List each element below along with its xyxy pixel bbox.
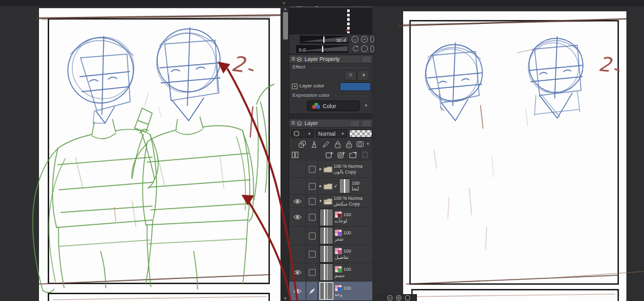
blend-mode-value: Normal [318,131,335,137]
visibility-cell[interactable] [289,208,306,226]
eye-icon[interactable] [293,214,302,220]
enable-mask-icon[interactable] [356,140,364,148]
palette-layout-icon[interactable] [291,151,299,159]
visibility-cell[interactable] [289,263,306,281]
layer-thumbnail[interactable] [319,263,333,281]
check-cell[interactable] [306,282,318,300]
visibility-cell[interactable] [289,282,306,300]
visibility-cell[interactable] [289,227,306,244]
layer-color-chip [335,266,342,273]
check-cell[interactable] [306,208,318,226]
draft-layer-icon[interactable] [322,140,330,148]
new-raster-layer-icon[interactable] [325,151,333,159]
zoom-fit-button[interactable] [370,36,374,43]
layer-row-balloon-folder[interactable]: ▸ 100 % Norma بالون Copy [289,161,372,178]
checkbox[interactable] [309,198,316,205]
panel-tab-icon[interactable] [350,120,360,127]
eye-icon[interactable] [293,288,302,294]
checkbox[interactable] [309,269,316,276]
right-canvas-view[interactable] [372,6,644,301]
eye-icon[interactable] [293,270,302,275]
expression-color-dropdown[interactable]: Color [307,101,360,111]
checkbox[interactable] [309,251,316,258]
left-canvas-view[interactable] [0,6,280,301]
visibility-cell[interactable] [289,195,306,207]
right-view-zoom-toolbar[interactable] [372,294,417,301]
new-vector-layer-icon[interactable] [337,151,345,159]
reference-layer-icon[interactable] [310,140,318,148]
visibility-cell[interactable] [289,245,306,263]
expand-chevron-icon[interactable]: ▸ [319,167,322,172]
checkbox[interactable] [309,183,316,190]
brush-shape-dropdown[interactable]: ▼ [291,129,314,138]
panel-menu-icon[interactable]: ☰ [291,121,294,126]
panel-tab-icon[interactable] [362,56,371,63]
expand-layer-color-icon[interactable]: + [292,84,297,89]
layer-property-header[interactable]: ☰ Layer Property [289,55,372,63]
check-cell[interactable] [306,245,318,263]
layer-name: لنجا [352,186,372,192]
scrollbar-thumb[interactable] [282,11,289,40]
zoom-value: 30.4 [336,37,346,43]
layer-row-sketch-folder[interactable]: ▾ 100 % Norma سكتش Copy [289,195,372,208]
layer-row-face-selected[interactable]: 100 وجه [289,282,372,301]
layer-name: جسم [335,273,372,278]
eye-icon[interactable] [293,199,302,204]
expand-chevron-icon[interactable]: ▸ [319,183,322,189]
layer-row-lineart-folder[interactable]: ▸ ✓ 100 لنجا [289,178,372,195]
chevron-down-icon[interactable]: ▼ [366,142,370,146]
layer-thumbnail[interactable] [319,282,333,300]
layer-panel-header[interactable]: ☰ Layer [289,119,372,128]
tone-effect-button[interactable]: ◑ [357,70,369,80]
layer-color-chip [335,229,342,236]
layer-row-hair[interactable]: 100 شعر [289,227,372,245]
layer-name: تفاصيل [335,254,372,260]
panel-tab-icon[interactable] [362,120,371,127]
delete-layer-icon[interactable] [361,151,369,159]
zoom-in-button[interactable]: + [361,36,368,43]
blend-mode-dropdown[interactable]: Normal ▼ [316,129,347,138]
lock-layer-icon[interactable] [334,140,342,148]
collapse-chevron-icon[interactable]: ▾ [319,199,322,204]
rotate-slider[interactable]: 0.0 [296,45,348,53]
zoom-slider[interactable]: 30.4 [300,36,348,43]
rotate-button[interactable] [361,45,368,52]
clip-to-layer-icon[interactable] [298,140,306,148]
layer-row-panels[interactable]: 100 لوحات [289,208,372,227]
opacity-slider[interactable] [349,129,372,138]
check-cell[interactable] [306,161,318,177]
layer-row-body[interactable]: 100 جسم [289,263,372,282]
left-view-scrollbar[interactable]: ▴ ▾ [280,6,289,301]
panel-separator [289,113,372,119]
checkbox[interactable] [309,166,316,173]
layer-row-details[interactable]: 100 تفاصيل [289,245,372,263]
check-cell[interactable] [306,227,318,244]
layer-color-chip [335,211,342,218]
zoom-out-button[interactable]: – [352,36,358,43]
chevron-down-icon[interactable]: ▼ [364,104,368,107]
panel-menu-icon[interactable]: ☰ [291,57,294,62]
check-icon: ✓ [334,183,338,189]
layer-thumbnail[interactable] [319,209,333,226]
border-effect-button[interactable]: ○ [345,70,357,80]
dock-panel-column: ☰ Navigator 30.4 – + 0.0 [289,0,372,301]
check-cell[interactable] [306,263,318,281]
layer-thumbnail[interactable] [319,245,333,263]
layer-thumbnail[interactable] [339,178,350,194]
layer-color-label: Layer color [299,83,325,89]
new-folder-icon[interactable] [349,151,357,159]
visibility-cell[interactable] [289,178,306,194]
layer-thumbnail[interactable] [319,227,333,244]
check-cell[interactable] [306,178,318,194]
rotate-button-2[interactable] [370,45,374,52]
lock-transparent-pixels-icon[interactable] [345,140,353,148]
navigator-preview[interactable] [289,8,372,35]
folder-icon [323,166,333,173]
checkbox[interactable] [309,214,316,221]
check-cell[interactable] [306,195,318,207]
collapse-chevron-icon[interactable]: ∨ [282,0,286,6]
checkbox[interactable] [309,233,316,239]
rotate-reset-icon[interactable] [352,45,359,52]
visibility-cell[interactable] [289,161,306,177]
layer-color-swatch[interactable] [340,82,371,91]
